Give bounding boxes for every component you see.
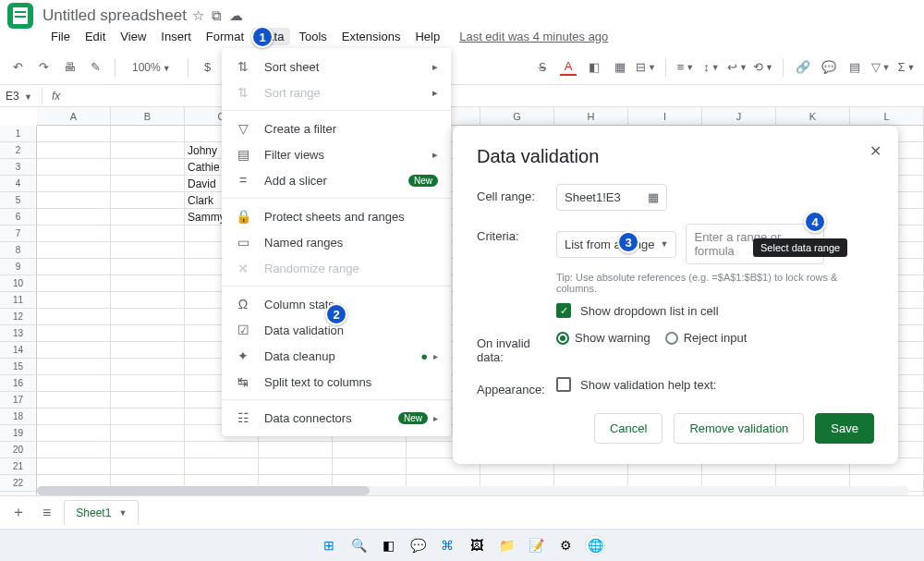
cell[interactable] [185, 442, 259, 458]
cell[interactable] [37, 442, 111, 458]
text-color-icon[interactable]: A [560, 59, 577, 76]
rotate-icon[interactable]: ⟲▼ [755, 59, 772, 76]
cell-range-input[interactable]: Sheet1!E3 ▦ [556, 184, 667, 211]
menu-filter-views[interactable]: ▤Filter views▸ [222, 141, 451, 167]
save-button[interactable]: Save [815, 413, 874, 444]
cell[interactable] [37, 375, 111, 392]
row-header[interactable]: 5 [0, 192, 37, 209]
row-header[interactable]: 16 [0, 375, 37, 392]
cell[interactable] [37, 242, 111, 259]
show-dropdown-checkbox[interactable]: ✓ [556, 303, 571, 318]
cell[interactable] [111, 425, 185, 442]
cell[interactable] [333, 442, 407, 458]
cell[interactable] [111, 126, 185, 142]
currency-icon[interactable]: $ [200, 59, 216, 76]
row-header[interactable]: 1 [0, 126, 37, 142]
menu-format[interactable]: Format [200, 28, 250, 45]
menu-insert[interactable]: Insert [154, 28, 198, 45]
cell[interactable] [37, 292, 111, 309]
row-header[interactable]: 18 [0, 409, 37, 425]
row-header[interactable]: 19 [0, 425, 37, 442]
cell[interactable] [111, 458, 185, 475]
cell[interactable] [37, 192, 111, 209]
cell[interactable] [111, 275, 185, 292]
menu-data-connectors[interactable]: ☷Data connectorsNew▸ [222, 405, 451, 431]
cell[interactable] [37, 226, 111, 242]
column-header[interactable]: G [480, 107, 554, 126]
doc-title[interactable]: Untitled spreadsheet [43, 6, 187, 25]
cancel-button[interactable]: Cancel [594, 413, 663, 444]
functions-icon[interactable]: Σ▼ [898, 59, 915, 76]
fill-color-icon[interactable]: ◧ [586, 59, 602, 76]
last-edit-link[interactable]: Last edit was 4 minutes ago [459, 30, 608, 43]
cell[interactable] [111, 375, 185, 392]
cell[interactable] [37, 342, 111, 359]
menu-tools[interactable]: Tools [292, 28, 333, 45]
photos-icon[interactable]: 🖼 [467, 535, 487, 555]
menu-sort-sheet[interactable]: ⇅Sort sheet▸ [222, 54, 451, 79]
cell[interactable] [37, 392, 111, 409]
menu-extensions[interactable]: Extensions [335, 28, 407, 45]
row-header[interactable]: 21 [0, 458, 37, 475]
cell[interactable] [37, 159, 111, 176]
cell[interactable] [37, 142, 111, 159]
cell[interactable] [111, 359, 185, 375]
cell[interactable] [37, 126, 111, 142]
column-header[interactable]: B [111, 107, 185, 126]
menu-data-cleanup[interactable]: ✦Data cleanup●▸ [222, 343, 451, 369]
comment-icon[interactable]: 💬 [821, 59, 837, 76]
row-header[interactable]: 2 [0, 142, 37, 159]
reject-input-radio[interactable]: Reject input [665, 331, 748, 345]
cell[interactable] [111, 242, 185, 259]
menu-randomize-range[interactable]: ⤨Randomize range [222, 255, 451, 281]
cell[interactable] [37, 458, 111, 475]
row-header[interactable]: 11 [0, 292, 37, 309]
row-header[interactable]: 14 [0, 342, 37, 359]
column-header[interactable]: A [37, 107, 111, 126]
cell[interactable] [37, 209, 111, 226]
cell[interactable] [111, 292, 185, 309]
sheets-logo[interactable] [7, 3, 33, 29]
star-icon[interactable]: ☆ [192, 7, 204, 24]
paint-format-icon[interactable]: ✎ [87, 59, 103, 76]
column-header[interactable]: L [850, 107, 924, 126]
row-header[interactable]: 20 [0, 442, 37, 458]
cell[interactable] [37, 259, 111, 275]
menu-view[interactable]: View [114, 28, 152, 45]
menu-edit[interactable]: Edit [79, 28, 112, 45]
edge-icon[interactable]: ⌘ [437, 535, 457, 555]
name-box[interactable]: E3 ▼ [0, 88, 43, 104]
undo-icon[interactable]: ↶ [9, 59, 26, 76]
cell[interactable] [185, 458, 259, 475]
cell[interactable] [37, 176, 111, 192]
menu-split-text[interactable]: ↹Split text to columns [222, 369, 451, 395]
close-icon[interactable]: ✕ [869, 142, 881, 160]
cell[interactable] [111, 325, 185, 342]
cell[interactable] [37, 309, 111, 325]
link-icon[interactable]: 🔗 [795, 59, 811, 76]
cell[interactable] [37, 275, 111, 292]
column-header[interactable]: J [702, 107, 776, 126]
cell[interactable] [37, 425, 111, 442]
settings-icon[interactable]: ⚙ [555, 535, 576, 555]
cell[interactable] [111, 392, 185, 409]
redo-icon[interactable]: ↷ [35, 59, 52, 76]
filter-icon[interactable]: ▽▼ [872, 59, 889, 76]
menu-file[interactable]: File [44, 28, 77, 45]
menu-create-filter[interactable]: ▽Create a filter [222, 116, 451, 141]
row-header[interactable]: 13 [0, 325, 37, 342]
row-header[interactable]: 22 [0, 475, 37, 492]
remove-validation-button[interactable]: Remove validation [674, 413, 804, 444]
row-header[interactable]: 15 [0, 359, 37, 375]
wrap-icon[interactable]: ↩▼ [729, 59, 746, 76]
add-sheet-button[interactable]: ＋ [7, 499, 30, 526]
show-warning-radio[interactable]: Show warning [556, 331, 650, 345]
chart-icon[interactable]: ▤ [846, 59, 863, 76]
help-text-checkbox[interactable] [556, 377, 571, 392]
cell[interactable] [111, 176, 185, 192]
horizontal-scrollbar[interactable] [37, 486, 909, 495]
explorer-icon[interactable]: 📁 [496, 535, 517, 555]
notepad-icon[interactable]: 📝 [526, 535, 546, 555]
menu-sort-range[interactable]: ⇅Sort range▸ [222, 79, 451, 105]
cloud-icon[interactable]: ☁ [229, 7, 243, 24]
